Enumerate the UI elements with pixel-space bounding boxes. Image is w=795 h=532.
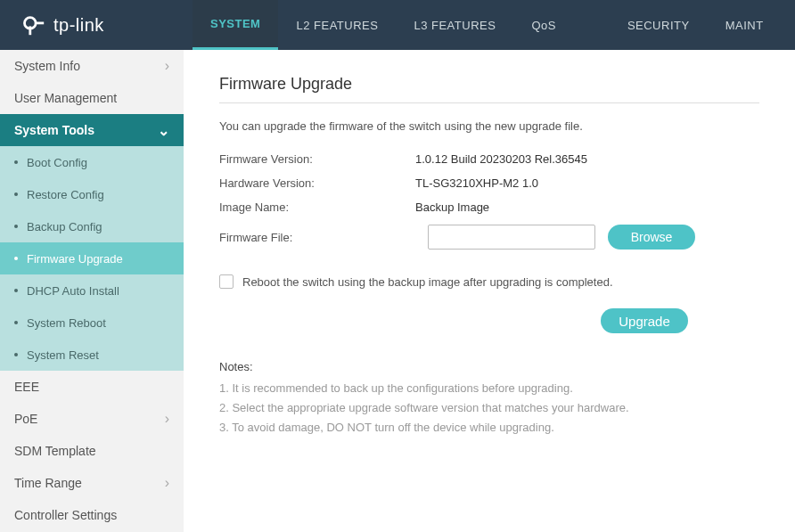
- sidebar-item-sdm-template[interactable]: SDM Template: [0, 435, 184, 467]
- svg-rect-1: [29, 26, 31, 35]
- note-line: 3. To avoid damage, DO NOT turn off the …: [219, 418, 759, 438]
- sidebar-item-eee[interactable]: EEE: [0, 371, 184, 403]
- row-upgrade-action: Upgrade: [219, 308, 759, 333]
- sidebar-sub-system-reset[interactable]: System Reset: [0, 339, 184, 371]
- sidebar-sub-label: DHCP Auto Install: [27, 284, 119, 298]
- bullet-icon: [14, 257, 18, 260]
- sidebar-sub-backup-config[interactable]: Backup Config: [0, 210, 184, 242]
- bullet-icon: [14, 321, 18, 324]
- browse-button[interactable]: Browse: [608, 225, 695, 250]
- row-firmware-version: Firmware Version: 1.0.12 Build 20230203 …: [219, 152, 759, 166]
- sidebar-sub-boot-config[interactable]: Boot Config: [0, 146, 184, 178]
- sidebar-item-label: Time Range: [14, 476, 82, 490]
- sidebar-item-label: Controller Settings: [14, 508, 117, 522]
- row-hardware-version: Hardware Version: TL-SG3210XHP-M2 1.0: [219, 176, 759, 190]
- firmware-file-input[interactable]: [428, 225, 595, 250]
- sidebar-item-label: User Management: [14, 91, 117, 105]
- note-line: 1. It is recommended to back up the conf…: [219, 379, 759, 398]
- label-hardware-version: Hardware Version:: [219, 176, 415, 190]
- row-firmware-file: Firmware File: Browse: [219, 225, 759, 250]
- label-firmware-file: Firmware File:: [219, 231, 415, 244]
- note-line: 2. Select the appropriate upgrade softwa…: [219, 398, 759, 418]
- top-tabs: SYSTEM L2 FEATURES L3 FEATURES QoS SECUR…: [193, 0, 795, 50]
- chevron-right-icon: ›: [165, 411, 169, 427]
- sidebar-sub-label: System Reboot: [27, 316, 106, 330]
- sidebar-sub-restore-config[interactable]: Restore Config: [0, 178, 184, 210]
- row-reboot-checkbox: Reboot the switch using the backup image…: [219, 274, 759, 289]
- sidebar-item-poe[interactable]: PoE ›: [0, 403, 184, 435]
- page-title: Firmware Upgrade: [219, 75, 759, 103]
- label-firmware-version: Firmware Version:: [219, 152, 415, 166]
- notes-list: 1. It is recommended to back up the conf…: [219, 379, 759, 438]
- value-image-name: Backup Image: [415, 201, 759, 214]
- sidebar-item-user-management[interactable]: User Management: [0, 82, 184, 114]
- reboot-checkbox-label: Reboot the switch using the backup image…: [242, 275, 613, 289]
- sidebar-item-system-info[interactable]: System Info ›: [0, 50, 184, 82]
- upgrade-button[interactable]: Upgrade: [601, 308, 688, 333]
- sidebar-sub-label: Backup Config: [27, 220, 102, 233]
- sidebar-sub-label: Boot Config: [27, 156, 87, 169]
- chevron-down-icon: ⌄: [158, 122, 169, 139]
- svg-rect-2: [35, 22, 44, 25]
- bullet-icon: [14, 289, 18, 292]
- sidebar-sub-system-reboot[interactable]: System Reboot: [0, 307, 184, 339]
- sidebar-subgroup-system-tools: Boot Config Restore Config Backup Config…: [0, 146, 184, 371]
- sidebar-item-controller-settings[interactable]: Controller Settings: [0, 499, 184, 531]
- brand-text: tp-link: [53, 15, 104, 36]
- sidebar-sub-label: Firmware Upgrade: [27, 252, 123, 266]
- value-firmware-version: 1.0.12 Build 20230203 Rel.36545: [415, 152, 759, 166]
- bullet-icon: [14, 160, 18, 164]
- intro-text: You can upgrade the firmware of the swit…: [219, 119, 759, 133]
- bullet-icon: [14, 225, 18, 228]
- value-hardware-version: TL-SG3210XHP-M2 1.0: [415, 176, 759, 190]
- sidebar-item-label: SDM Template: [14, 444, 96, 458]
- label-image-name: Image Name:: [219, 201, 415, 214]
- sidebar-sub-firmware-upgrade[interactable]: Firmware Upgrade: [0, 242, 184, 274]
- header-bar: tp-link SYSTEM L2 FEATURES L3 FEATURES Q…: [0, 0, 795, 50]
- reboot-checkbox[interactable]: [219, 274, 234, 289]
- sidebar-item-label: System Info: [14, 59, 80, 73]
- tab-security[interactable]: SECURITY: [610, 0, 708, 50]
- tab-l3[interactable]: L3 FEATURES: [396, 0, 513, 50]
- sidebar: System Info › User Management System Too…: [0, 50, 184, 532]
- sidebar-sub-label: Restore Config: [27, 188, 104, 201]
- notes-title: Notes:: [219, 360, 759, 373]
- brand-logo: tp-link: [0, 0, 193, 50]
- sidebar-sub-dhcp-auto-install[interactable]: DHCP Auto Install: [0, 274, 184, 307]
- spacer: [219, 308, 601, 333]
- tplink-logo-icon: [21, 12, 46, 37]
- sidebar-item-label: PoE: [14, 412, 37, 426]
- bullet-icon: [14, 353, 18, 356]
- tab-l2[interactable]: L2 FEATURES: [278, 0, 396, 50]
- bullet-icon: [14, 192, 18, 196]
- sidebar-item-time-range[interactable]: Time Range ›: [0, 467, 184, 499]
- sidebar-item-label: EEE: [14, 380, 39, 394]
- chevron-right-icon: ›: [165, 475, 169, 491]
- sidebar-item-label: System Tools: [14, 123, 94, 137]
- tab-maintenance[interactable]: MAINT: [708, 0, 782, 50]
- chevron-right-icon: ›: [165, 58, 169, 74]
- row-image-name: Image Name: Backup Image: [219, 201, 759, 214]
- tab-qos[interactable]: QoS: [513, 0, 574, 50]
- sidebar-item-system-tools[interactable]: System Tools ⌄: [0, 114, 184, 146]
- main-content: Firmware Upgrade You can upgrade the fir…: [184, 50, 795, 532]
- sidebar-sub-label: System Reset: [27, 348, 99, 362]
- tab-system[interactable]: SYSTEM: [193, 0, 278, 50]
